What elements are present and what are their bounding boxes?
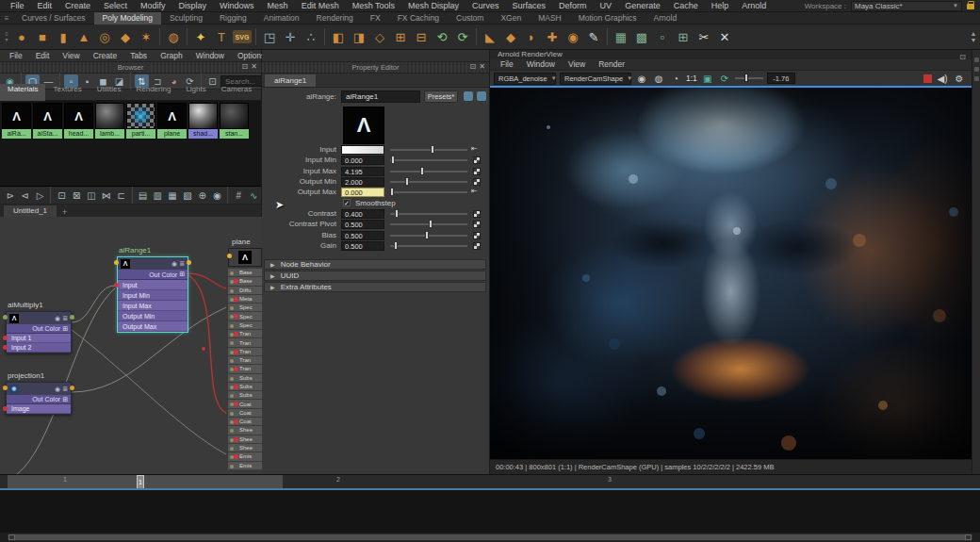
lock-workspace-icon[interactable] xyxy=(967,4,974,9)
duplicate-node-icon[interactable]: ◫ xyxy=(85,189,98,203)
shelf-tab-rigging[interactable]: Rigging xyxy=(211,12,255,25)
attr-slider[interactable] xyxy=(390,191,467,193)
plane-attr-coat-17[interactable]: Coat xyxy=(228,418,262,426)
material-swatch-parti[interactable]: parti... xyxy=(126,103,155,139)
zoom-graph-icon[interactable]: ⊕ xyxy=(196,189,209,203)
port-dot[interactable] xyxy=(230,271,234,275)
attr-slider-handle[interactable] xyxy=(395,209,399,218)
node-attr-input[interactable]: Input xyxy=(118,280,188,290)
plane-attr-emis-22[interactable]: Emis xyxy=(228,462,262,470)
node-expand-icon[interactable]: ≣ xyxy=(62,386,68,393)
poly-cone-icon[interactable]: ▲ xyxy=(74,27,93,46)
node-attr-input-2[interactable]: Input 2 xyxy=(7,343,71,353)
plane-attr-emis-21[interactable]: Emis xyxy=(228,452,262,461)
copy-tab-icon[interactable] xyxy=(477,91,486,101)
range-start-handle[interactable] xyxy=(8,534,15,540)
attr-slider-handle[interactable] xyxy=(425,231,429,239)
platonic-solid-icon[interactable]: ◍ xyxy=(164,27,183,46)
pin-node-icon[interactable]: ⋈ xyxy=(100,189,113,203)
node-output-row[interactable]: Out Color⊞ xyxy=(7,395,71,404)
multi-cut-icon[interactable]: ✚ xyxy=(543,27,562,46)
uv-unfold-icon[interactable]: ▫ xyxy=(653,27,672,46)
current-frame-marker[interactable]: 1 xyxy=(137,475,144,489)
bevel-icon[interactable]: ◆ xyxy=(501,27,520,46)
snapshot-icon[interactable]: ◔ xyxy=(669,74,682,84)
hypershade-menu-view[interactable]: View xyxy=(56,50,86,62)
zoom-ratio-label[interactable]: 1:1 xyxy=(686,74,697,83)
uv-snapshot-icon[interactable]: ▩ xyxy=(632,27,651,46)
material-preview-swatch[interactable]: Λ xyxy=(343,107,384,144)
shelf-tab-sculpting[interactable]: Sculpting xyxy=(161,12,211,25)
undock-icon[interactable]: ⊡ xyxy=(470,62,477,71)
range-slider[interactable] xyxy=(8,534,972,541)
plane-attr-tran-10[interactable]: Tran xyxy=(228,356,262,365)
quad-draw-icon[interactable]: ✎ xyxy=(584,27,603,46)
map-texture-button[interactable] xyxy=(473,232,481,239)
node-state-icon[interactable]: ◉ xyxy=(172,260,177,268)
output-connections-icon[interactable]: ▷ xyxy=(34,189,47,203)
remesh-icon[interactable]: ⟳ xyxy=(453,27,472,46)
material-swatch-aista[interactable]: ΛaiSta... xyxy=(33,103,62,139)
plane-attr-spec-4[interactable]: Spec xyxy=(228,304,262,312)
combine-icon[interactable]: ◇ xyxy=(370,27,389,46)
sweep-mesh-icon[interactable]: ✦ xyxy=(191,27,210,46)
hypershade-menu-edit[interactable]: Edit xyxy=(29,50,57,62)
menu-create[interactable]: Create xyxy=(58,0,97,12)
plane-attr-subs-14[interactable]: Subs xyxy=(228,391,262,400)
node-header[interactable]: ✺ ◉≣ xyxy=(7,383,71,395)
attr-slider[interactable] xyxy=(390,171,467,172)
svg-tool-icon[interactable]: SVG xyxy=(233,30,252,43)
port-dot[interactable] xyxy=(230,341,234,345)
plane-attr-coat-15[interactable]: Coat xyxy=(228,400,262,408)
shelf-tab-curves-surfaces[interactable]: Curves / Surfaces xyxy=(13,12,94,25)
material-swatch-shad[interactable]: shad... xyxy=(188,103,218,139)
node-name-field[interactable] xyxy=(341,90,420,103)
menu-arnold[interactable]: Arnold xyxy=(735,0,773,12)
port-dot[interactable] xyxy=(230,306,234,310)
plane-attr-tran-7[interactable]: Tran xyxy=(228,330,262,338)
camera-dropdown[interactable]: RenderCamShape▼ xyxy=(560,73,631,85)
tab-airange1[interactable]: aiRange1 xyxy=(265,74,316,87)
section-extra-attributes[interactable]: ▶Extra Attributes xyxy=(264,282,486,292)
new-graph-tab-button[interactable]: + xyxy=(57,207,73,217)
plane-attr-tran-11[interactable]: Tran xyxy=(228,365,262,373)
menu-mesh-tools[interactable]: Mesh Tools xyxy=(346,0,401,12)
plane-attr-shee-18[interactable]: Shee xyxy=(228,426,262,435)
connected-port-dot[interactable] xyxy=(234,437,238,442)
refresh-render-icon[interactable]: ⟳ xyxy=(718,74,731,84)
attr-value-field[interactable]: 0.500 xyxy=(341,241,384,251)
grid-snap-icon[interactable]: # xyxy=(232,189,245,203)
node-output-row[interactable]: Out Color⊞ xyxy=(7,324,71,334)
map-texture-button[interactable] xyxy=(473,242,481,250)
map-texture-button[interactable] xyxy=(473,210,481,218)
attr-slider-handle[interactable] xyxy=(420,167,424,175)
hypershade-menu-file[interactable]: File xyxy=(3,50,29,62)
boolean-union-icon[interactable]: ◧ xyxy=(329,27,348,46)
stop-render-icon[interactable] xyxy=(923,74,932,83)
shelf-tab-rendering[interactable]: Rendering xyxy=(308,12,362,25)
smoothstep-checkbox[interactable]: ✓ xyxy=(343,199,351,206)
target-weld-icon[interactable]: ◉ xyxy=(564,27,582,46)
menu-uv[interactable]: UV xyxy=(594,0,619,12)
log-icon[interactable]: ⊡ xyxy=(959,53,966,61)
attr-slider-handle[interactable] xyxy=(429,220,433,228)
connection-style-icon[interactable]: ∿ xyxy=(247,189,260,203)
attr-value-field[interactable]: 4.195 xyxy=(341,167,384,176)
attr-slider-handle[interactable] xyxy=(405,177,409,186)
menu-edit[interactable]: Edit xyxy=(31,0,59,12)
plane-attr-shee-19[interactable]: Shee xyxy=(228,435,262,444)
rendered-image[interactable] xyxy=(490,88,972,459)
attr-value-field[interactable]: 0.500 xyxy=(341,220,384,229)
attr-slider[interactable] xyxy=(390,213,467,215)
input2-dot[interactable] xyxy=(3,345,8,350)
node-plane[interactable]: plane Λ BaseBaseDiffuMetaSpecSpecSpecTra… xyxy=(228,248,262,474)
plane-attr-meta-3[interactable]: Meta xyxy=(228,295,262,304)
connected-port-dot[interactable] xyxy=(234,454,238,459)
plane-attr-tran-8[interactable]: Tran xyxy=(228,338,262,347)
node-header[interactable]: Λ ◉≣ xyxy=(118,257,188,270)
poly-torus-icon[interactable]: ◎ xyxy=(95,27,114,46)
attr-value-field[interactable]: 0.000 xyxy=(341,188,384,197)
isolate-selected-icon[interactable]: ◍ xyxy=(652,74,665,84)
node-aimultiply1[interactable]: aiMultiply1 Λ ◉≣ Out Color⊞ Input 1Input… xyxy=(6,311,72,352)
reset-arrow-icon[interactable]: ⇤ xyxy=(471,144,478,153)
